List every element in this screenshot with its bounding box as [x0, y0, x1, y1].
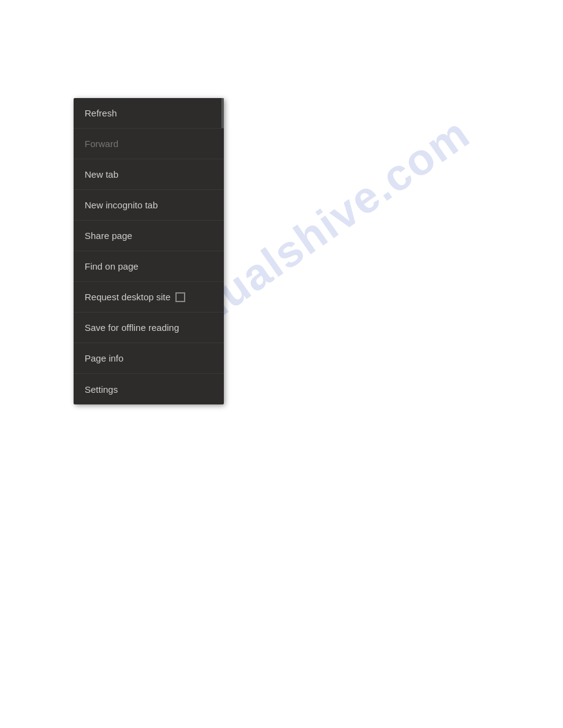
- request-desktop-site-container: Request desktop site: [85, 292, 185, 302]
- request-desktop-site-checkbox[interactable]: [175, 292, 185, 302]
- menu-item-save-offline-label: Save for offline reading: [85, 322, 179, 333]
- menu-item-new-incognito-tab[interactable]: New incognito tab: [74, 190, 224, 221]
- menu-item-forward-label: Forward: [85, 138, 118, 149]
- menu-item-request-desktop-site-label: Request desktop site: [85, 292, 170, 302]
- menu-item-page-info[interactable]: Page info: [74, 343, 224, 374]
- menu-item-settings[interactable]: Settings: [74, 374, 224, 404]
- menu-item-find-on-page-label: Find on page: [85, 261, 139, 271]
- menu-item-save-offline[interactable]: Save for offline reading: [74, 313, 224, 343]
- menu-item-request-desktop-site[interactable]: Request desktop site: [74, 282, 224, 313]
- menu-item-new-tab-label: New tab: [85, 169, 118, 180]
- menu-item-refresh[interactable]: Refresh: [74, 98, 224, 129]
- menu-item-find-on-page[interactable]: Find on page: [74, 251, 224, 282]
- menu-item-share-page-label: Share page: [85, 230, 132, 241]
- menu-item-settings-label: Settings: [85, 384, 118, 395]
- menu-item-new-incognito-tab-label: New incognito tab: [85, 200, 158, 210]
- scrollbar: [221, 98, 224, 128]
- menu-item-refresh-label: Refresh: [85, 108, 117, 118]
- menu-item-new-tab[interactable]: New tab: [74, 159, 224, 190]
- menu-item-share-page[interactable]: Share page: [74, 221, 224, 251]
- menu-item-page-info-label: Page info: [85, 353, 123, 363]
- context-menu: Refresh Forward New tab New incognito ta…: [74, 98, 224, 404]
- menu-item-forward[interactable]: Forward: [74, 129, 224, 159]
